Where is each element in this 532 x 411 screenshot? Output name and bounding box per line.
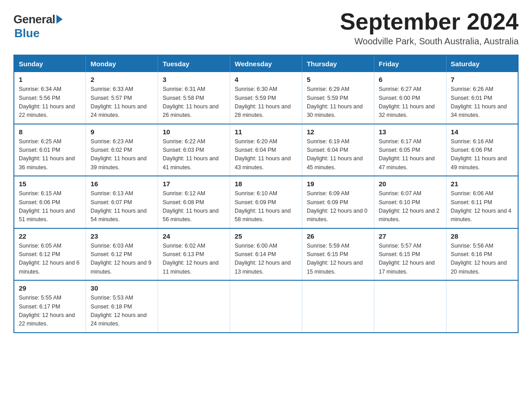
title-area: September 2024 Woodville Park, South Aus…	[340, 9, 519, 47]
calendar-table: SundayMondayTuesdayWednesdayThursdayFrid…	[13, 55, 519, 333]
calendar-cell: 16 Sunrise: 6:13 AM Sunset: 6:07 PM Dayl…	[86, 176, 158, 228]
day-number: 28	[451, 232, 513, 240]
calendar-cell: 28 Sunrise: 5:56 AM Sunset: 6:16 PM Dayl…	[446, 228, 518, 281]
day-number: 29	[19, 284, 81, 292]
day-info: Sunrise: 6:34 AM Sunset: 5:56 PM Dayligh…	[19, 85, 81, 120]
calendar-header-row: SundayMondayTuesdayWednesdayThursdayFrid…	[14, 55, 518, 72]
day-number: 5	[307, 76, 369, 83]
header-day-friday: Friday	[374, 55, 446, 72]
header-day-saturday: Saturday	[446, 55, 518, 72]
day-info: Sunrise: 6:30 AM Sunset: 5:59 PM Dayligh…	[235, 85, 297, 120]
day-info: Sunrise: 6:10 AM Sunset: 6:09 PM Dayligh…	[235, 189, 297, 224]
calendar-cell: 22 Sunrise: 6:05 AM Sunset: 6:12 PM Dayl…	[14, 228, 86, 281]
logo-general-text: General	[13, 13, 55, 26]
day-number: 23	[90, 232, 153, 240]
day-number: 7	[451, 76, 513, 83]
calendar-cell	[446, 280, 518, 333]
day-info: Sunrise: 6:15 AM Sunset: 6:06 PM Dayligh…	[19, 189, 81, 224]
day-info: Sunrise: 6:22 AM Sunset: 6:03 PM Dayligh…	[163, 137, 225, 172]
day-info: Sunrise: 6:07 AM Sunset: 6:10 PM Dayligh…	[379, 189, 442, 224]
day-number: 10	[163, 128, 225, 136]
calendar-cell	[158, 280, 230, 333]
day-number: 3	[163, 76, 225, 83]
day-number: 14	[451, 128, 513, 136]
day-number: 8	[19, 128, 81, 136]
calendar-cell: 27 Sunrise: 5:57 AM Sunset: 6:15 PM Dayl…	[374, 228, 446, 281]
calendar-cell: 25 Sunrise: 6:00 AM Sunset: 6:14 PM Dayl…	[230, 228, 302, 281]
calendar-week-row: 1 Sunrise: 6:34 AM Sunset: 5:56 PM Dayli…	[14, 72, 518, 124]
calendar-cell: 8 Sunrise: 6:25 AM Sunset: 6:01 PM Dayli…	[14, 124, 86, 176]
day-info: Sunrise: 6:26 AM Sunset: 6:01 PM Dayligh…	[451, 85, 513, 120]
day-info: Sunrise: 5:55 AM Sunset: 6:17 PM Dayligh…	[19, 294, 81, 329]
day-number: 17	[163, 180, 225, 188]
day-number: 4	[235, 76, 297, 83]
day-number: 19	[307, 180, 369, 188]
day-info: Sunrise: 6:05 AM Sunset: 6:12 PM Dayligh…	[19, 242, 81, 277]
day-info: Sunrise: 6:27 AM Sunset: 6:00 PM Dayligh…	[379, 85, 442, 120]
calendar-cell: 11 Sunrise: 6:20 AM Sunset: 6:04 PM Dayl…	[230, 124, 302, 176]
calendar-week-row: 8 Sunrise: 6:25 AM Sunset: 6:01 PM Dayli…	[14, 124, 518, 176]
day-number: 2	[90, 76, 153, 83]
header-day-monday: Monday	[86, 55, 158, 72]
day-number: 21	[451, 180, 513, 188]
day-number: 6	[379, 76, 442, 83]
day-number: 24	[163, 232, 225, 240]
calendar-cell: 20 Sunrise: 6:07 AM Sunset: 6:10 PM Dayl…	[374, 176, 446, 228]
calendar-cell	[374, 280, 446, 333]
calendar-cell: 13 Sunrise: 6:17 AM Sunset: 6:05 PM Dayl…	[374, 124, 446, 176]
day-number: 13	[379, 128, 442, 136]
calendar-cell: 24 Sunrise: 6:02 AM Sunset: 6:13 PM Dayl…	[158, 228, 230, 281]
calendar-cell: 15 Sunrise: 6:15 AM Sunset: 6:06 PM Dayl…	[14, 176, 86, 228]
day-number: 15	[19, 180, 81, 188]
calendar-week-row: 15 Sunrise: 6:15 AM Sunset: 6:06 PM Dayl…	[14, 176, 518, 228]
day-info: Sunrise: 6:02 AM Sunset: 6:13 PM Dayligh…	[163, 242, 225, 277]
header-day-thursday: Thursday	[302, 55, 374, 72]
header-day-sunday: Sunday	[14, 55, 86, 72]
calendar-cell: 7 Sunrise: 6:26 AM Sunset: 6:01 PM Dayli…	[446, 72, 518, 124]
day-number: 16	[90, 180, 153, 188]
calendar-cell: 21 Sunrise: 6:06 AM Sunset: 6:11 PM Dayl…	[446, 176, 518, 228]
calendar-cell: 1 Sunrise: 6:34 AM Sunset: 5:56 PM Dayli…	[14, 72, 86, 124]
day-number: 9	[90, 128, 153, 136]
day-info: Sunrise: 5:57 AM Sunset: 6:15 PM Dayligh…	[379, 242, 442, 277]
day-info: Sunrise: 5:56 AM Sunset: 6:16 PM Dayligh…	[451, 242, 513, 277]
day-info: Sunrise: 6:25 AM Sunset: 6:01 PM Dayligh…	[19, 137, 81, 172]
day-info: Sunrise: 6:09 AM Sunset: 6:09 PM Dayligh…	[307, 189, 369, 224]
day-info: Sunrise: 6:20 AM Sunset: 6:04 PM Dayligh…	[235, 137, 297, 172]
day-number: 11	[235, 128, 297, 136]
day-info: Sunrise: 6:33 AM Sunset: 5:57 PM Dayligh…	[90, 85, 153, 120]
calendar-cell: 26 Sunrise: 5:59 AM Sunset: 6:15 PM Dayl…	[302, 228, 374, 281]
logo-blue-text: Blue	[14, 26, 39, 40]
calendar-cell: 23 Sunrise: 6:03 AM Sunset: 6:12 PM Dayl…	[86, 228, 158, 281]
page-header: General Blue September 2024 Woodville Pa…	[13, 9, 519, 47]
day-info: Sunrise: 6:31 AM Sunset: 5:58 PM Dayligh…	[163, 85, 225, 120]
day-number: 26	[307, 232, 369, 240]
day-info: Sunrise: 6:16 AM Sunset: 6:06 PM Dayligh…	[451, 137, 513, 172]
calendar-cell: 10 Sunrise: 6:22 AM Sunset: 6:03 PM Dayl…	[158, 124, 230, 176]
day-info: Sunrise: 5:53 AM Sunset: 6:18 PM Dayligh…	[90, 294, 153, 329]
day-number: 20	[379, 180, 442, 188]
day-number: 18	[235, 180, 297, 188]
calendar-week-row: 29 Sunrise: 5:55 AM Sunset: 6:17 PM Dayl…	[14, 280, 518, 333]
day-info: Sunrise: 6:19 AM Sunset: 6:04 PM Dayligh…	[307, 137, 369, 172]
header-day-wednesday: Wednesday	[230, 55, 302, 72]
calendar-cell: 18 Sunrise: 6:10 AM Sunset: 6:09 PM Dayl…	[230, 176, 302, 228]
calendar-cell	[230, 280, 302, 333]
month-title: September 2024	[340, 9, 519, 34]
day-info: Sunrise: 5:59 AM Sunset: 6:15 PM Dayligh…	[307, 242, 369, 277]
day-info: Sunrise: 6:29 AM Sunset: 5:59 PM Dayligh…	[307, 85, 369, 120]
calendar-cell: 4 Sunrise: 6:30 AM Sunset: 5:59 PM Dayli…	[230, 72, 302, 124]
day-info: Sunrise: 6:17 AM Sunset: 6:05 PM Dayligh…	[379, 137, 442, 172]
day-number: 12	[307, 128, 369, 136]
header-day-tuesday: Tuesday	[158, 55, 230, 72]
calendar-cell	[302, 280, 374, 333]
calendar-cell: 17 Sunrise: 6:12 AM Sunset: 6:08 PM Dayl…	[158, 176, 230, 228]
day-info: Sunrise: 6:12 AM Sunset: 6:08 PM Dayligh…	[163, 189, 225, 224]
day-number: 1	[19, 76, 81, 83]
calendar-cell: 6 Sunrise: 6:27 AM Sunset: 6:00 PM Dayli…	[374, 72, 446, 124]
day-info: Sunrise: 6:13 AM Sunset: 6:07 PM Dayligh…	[90, 189, 153, 224]
day-info: Sunrise: 6:03 AM Sunset: 6:12 PM Dayligh…	[90, 242, 153, 277]
calendar-cell: 29 Sunrise: 5:55 AM Sunset: 6:17 PM Dayl…	[14, 280, 86, 333]
day-info: Sunrise: 6:06 AM Sunset: 6:11 PM Dayligh…	[451, 189, 513, 224]
calendar-cell: 14 Sunrise: 6:16 AM Sunset: 6:06 PM Dayl…	[446, 124, 518, 176]
